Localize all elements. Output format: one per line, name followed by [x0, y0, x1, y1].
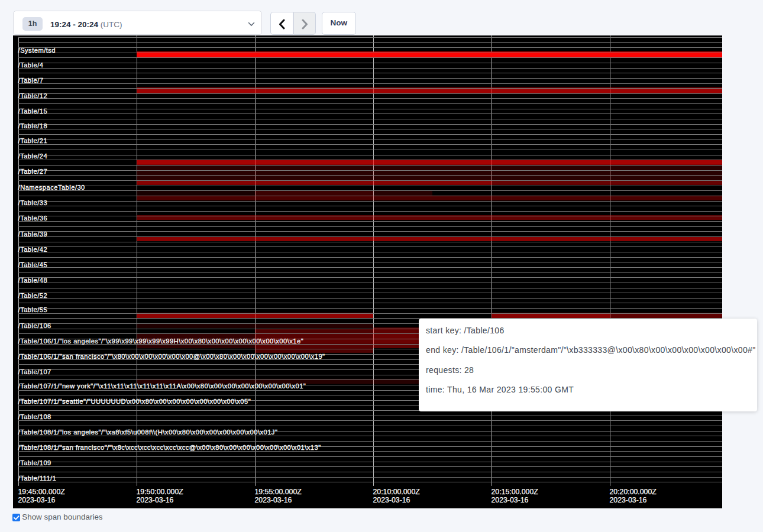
svg-text:/Table/108: /Table/108: [18, 413, 51, 420]
svg-text:/System/tsd: /System/tsd: [18, 46, 56, 53]
svg-text:/Table/55: /Table/55: [18, 306, 47, 313]
svg-text:19:55:00.000Z: 19:55:00.000Z: [255, 488, 302, 496]
svg-text:/Table/7: /Table/7: [18, 77, 44, 84]
svg-text:/Table/24: /Table/24: [18, 152, 47, 159]
svg-text:/Table/109: /Table/109: [18, 459, 51, 466]
svg-text:2023-03-16: 2023-03-16: [492, 496, 529, 504]
svg-text:/Table/48: /Table/48: [18, 277, 47, 284]
svg-text:/Table/106/1/"los angeles"/"\x: /Table/106/1/"los angeles"/"\x99\x99\x99…: [18, 337, 303, 344]
svg-text:/Table/108/1/"los angeles"/"\x: /Table/108/1/"los angeles"/"\xa8\xf5\u00…: [18, 429, 278, 436]
svg-text:/Table/108/1/"san francisco"/": /Table/108/1/"san francisco"/"\x8c\xcc\x…: [18, 444, 321, 451]
svg-text:/Table/12: /Table/12: [18, 92, 47, 99]
svg-text:/Table/33: /Table/33: [18, 199, 47, 206]
svg-text:/Table/106: /Table/106: [18, 322, 51, 329]
svg-text:2023-03-16: 2023-03-16: [610, 496, 647, 504]
svg-text:/Table/107/1/"seattle"/"UUUUUU: /Table/107/1/"seattle"/"UUUUUUD\x00\x80\…: [18, 398, 251, 405]
svg-text:20:15:00.000Z: 20:15:00.000Z: [492, 488, 539, 496]
svg-text:/Table/106/1/"san francisco"/": /Table/106/1/"san francisco"/"\x80\x00\x…: [18, 352, 325, 359]
svg-text:2023-03-16: 2023-03-16: [18, 496, 56, 504]
svg-text:/Table/18: /Table/18: [18, 122, 47, 129]
svg-text:/NamespaceTable/30: /NamespaceTable/30: [18, 183, 85, 190]
svg-text:2023-03-16: 2023-03-16: [373, 496, 410, 504]
svg-text:/Table/27: /Table/27: [18, 168, 47, 175]
svg-text:19:50:00.000Z: 19:50:00.000Z: [137, 488, 184, 496]
svg-text:20:20:00.000Z: 20:20:00.000Z: [610, 488, 657, 496]
svg-text:/Table/52: /Table/52: [18, 291, 47, 299]
svg-text:/Table/39: /Table/39: [18, 230, 47, 237]
svg-text:2023-03-16: 2023-03-16: [255, 496, 292, 504]
svg-text:20:10:00.000Z: 20:10:00.000Z: [373, 488, 421, 496]
svg-text:/Table/107: /Table/107: [18, 368, 51, 375]
svg-text:/Table/15: /Table/15: [18, 107, 47, 114]
svg-text:/Table/107/1/"new york"/"\x11\: /Table/107/1/"new york"/"\x11\x11\x11\x1…: [18, 382, 306, 389]
svg-text:/Table/21: /Table/21: [18, 137, 47, 144]
svg-text:2023-03-16: 2023-03-16: [137, 496, 174, 504]
svg-text:19:45:00.000Z: 19:45:00.000Z: [18, 488, 66, 496]
svg-text:/Table/45: /Table/45: [18, 261, 47, 268]
svg-text:/Table/42: /Table/42: [18, 245, 47, 252]
svg-text:/Table/111/1: /Table/111/1: [18, 474, 57, 481]
svg-text:/Table/36: /Table/36: [18, 215, 47, 222]
svg-text:/Table/4: /Table/4: [18, 61, 44, 69]
